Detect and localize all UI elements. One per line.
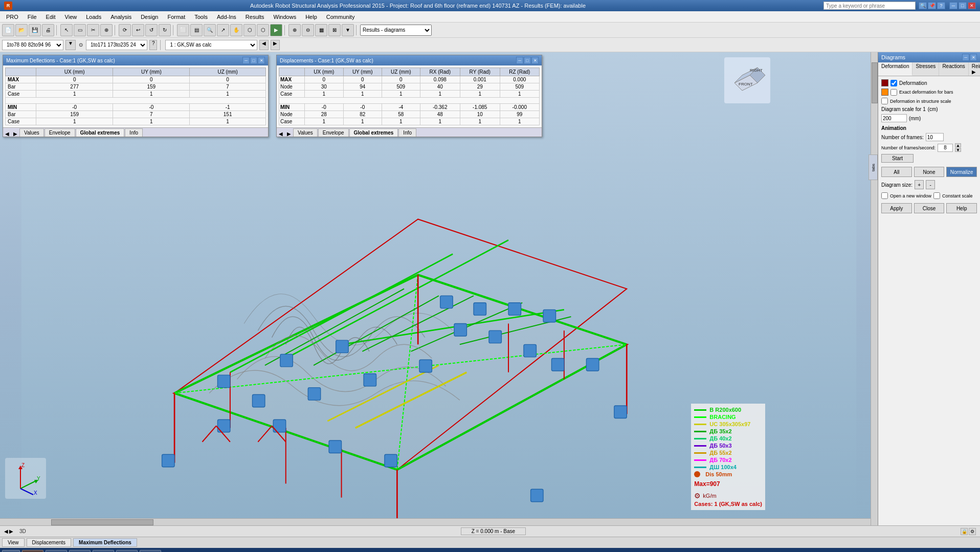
menu-addins[interactable]: Add-Ins <box>213 13 240 21</box>
nav-cube[interactable]: FRONT RIGHT <box>724 57 770 103</box>
scale-value-input[interactable] <box>881 114 907 122</box>
mdef-minimize[interactable]: ─ <box>242 57 250 64</box>
structure-scale-checkbox[interactable] <box>881 98 888 104</box>
cursor-btn[interactable]: ↖ <box>60 24 73 36</box>
close-button[interactable]: Close <box>914 203 945 213</box>
task-folder[interactable]: 📁 <box>46 550 67 552</box>
prev-btn[interactable]: ◀ <box>4 528 8 534</box>
select-btn[interactable]: ▭ <box>74 24 86 36</box>
task-revit[interactable]: R <box>140 550 161 552</box>
btab-displacements[interactable]: Displacements <box>27 538 72 547</box>
load-btn[interactable]: ▼ <box>342 24 354 36</box>
diagram-size-plus[interactable]: + <box>915 180 924 189</box>
zoom-in-btn[interactable]: 🔍 <box>204 24 216 36</box>
mirror-btn[interactable]: ⟳ <box>119 24 131 36</box>
help-icon[interactable]: ? <box>937 2 945 9</box>
menu-pro[interactable]: PRO <box>2 13 23 21</box>
menu-community[interactable]: Community <box>322 13 359 21</box>
tab-envelope[interactable]: Envelope <box>318 128 349 137</box>
task-robot[interactable]: R <box>22 550 43 552</box>
menu-analysis[interactable]: Analysis <box>106 13 136 21</box>
menu-design[interactable]: Design <box>137 13 162 21</box>
menu-loads[interactable]: Loads <box>82 13 105 21</box>
diagrams-close[interactable]: ✕ <box>970 54 977 61</box>
none-button[interactable]: None <box>914 167 945 177</box>
wire-btn[interactable]: ⬡ <box>243 24 256 36</box>
copy-btn[interactable]: ⊕ <box>100 24 113 36</box>
diagrams-title[interactable]: Diagrams ─ ✕ <box>878 52 980 62</box>
mdef-close[interactable]: ✕ <box>258 57 265 64</box>
tab-global-extremes[interactable]: Global extremes <box>76 128 125 137</box>
save-btn[interactable]: 💾 <box>29 24 41 36</box>
mdef-restore[interactable]: □ <box>250 57 257 64</box>
viewport-vscroll[interactable] <box>871 52 878 525</box>
node-range-apply[interactable]: ▼ <box>65 40 76 50</box>
tab-info[interactable]: Info <box>398 128 416 137</box>
tab-deformation[interactable]: Deformation <box>878 62 912 76</box>
menu-results[interactable]: Results <box>241 13 269 21</box>
tab-values[interactable]: Values <box>293 128 318 137</box>
tab-stresses[interactable]: Stresses <box>912 62 939 76</box>
nav-right[interactable]: ▶ <box>285 131 293 137</box>
case-combo[interactable]: 1 : GK,SW as calc <box>165 40 257 50</box>
normalize-button[interactable]: Normalize <box>946 167 977 177</box>
deformation-checkbox[interactable] <box>890 80 897 86</box>
menu-view[interactable]: View <box>61 13 81 21</box>
settings-icon[interactable]: ⚙ <box>969 528 976 535</box>
menu-help[interactable]: Help <box>301 13 321 21</box>
nav-right[interactable]: ▶ <box>11 131 19 137</box>
redo-btn[interactable]: ↻ <box>159 24 171 36</box>
viewport[interactable]: Z Y X В R200x600 BRACING <box>0 52 878 525</box>
zoom-all-btn[interactable]: ▤ <box>190 24 203 36</box>
nav-left[interactable]: ◀ <box>277 131 285 137</box>
task-browser[interactable]: 🌐 <box>69 550 91 552</box>
disp-restore[interactable]: □ <box>524 57 531 64</box>
exact-deformation-checkbox[interactable] <box>890 89 897 96</box>
frames-input[interactable] <box>926 133 944 141</box>
tab-info[interactable]: Info <box>125 128 143 137</box>
case-right[interactable]: ▶ <box>271 40 280 50</box>
node-btn[interactable]: ⊕ <box>288 24 301 36</box>
pan-btn[interactable]: ✋ <box>230 24 242 36</box>
nav-left[interactable]: ◀ <box>3 131 11 137</box>
start-button[interactable]: Start <box>881 154 914 163</box>
minimize-btn[interactable]: ─ <box>949 2 957 9</box>
move-btn[interactable]: ✂ <box>87 24 99 36</box>
btab-max-deflections[interactable]: Maximum Deflections <box>73 538 137 547</box>
undo-btn[interactable]: ↺ <box>145 24 158 36</box>
menu-format[interactable]: Format <box>163 13 189 21</box>
diagram-size-minus[interactable]: - <box>926 180 935 189</box>
case-left[interactable]: ◀ <box>259 40 269 50</box>
disp-minimize[interactable]: ─ <box>516 57 523 64</box>
fps-down[interactable]: ▼ <box>955 148 961 152</box>
bar-btn[interactable]: ⊖ <box>302 24 314 36</box>
apply-button[interactable]: Apply <box>881 203 912 213</box>
task-acad[interactable]: A <box>93 550 114 552</box>
results-dropdown[interactable]: Results - diagrams <box>360 25 432 36</box>
tab-global-extremes[interactable]: Global extremes <box>349 128 398 137</box>
menu-file[interactable]: File <box>24 13 41 21</box>
rotate-btn[interactable]: ↗ <box>217 24 229 36</box>
side-tab-1[interactable]: tabs <box>868 154 878 180</box>
close-btn[interactable]: ✕ <box>968 2 976 9</box>
new-btn[interactable]: 📄 <box>2 24 14 36</box>
tab-reinfc[interactable]: Reinfc ▶ <box>969 62 980 76</box>
start-button[interactable]: ⊞ <box>2 550 20 552</box>
tab-envelope[interactable]: Envelope <box>44 128 75 137</box>
node-range-1-combo[interactable]: 1to78 80 82to94 96 <box>2 40 63 50</box>
menu-tools[interactable]: Tools <box>190 13 212 21</box>
array-btn[interactable]: ↩ <box>132 24 144 36</box>
pin-icon[interactable]: 📌 <box>928 2 936 9</box>
max-deflections-title[interactable]: Maximum Deflections - Case:1 (GK,SW as c… <box>3 55 268 65</box>
print-btn[interactable]: 🖨 <box>42 24 54 36</box>
lock-icon[interactable]: 🔒 <box>961 528 968 535</box>
search-icon[interactable]: 🔍 <box>919 2 927 9</box>
help-button[interactable]: Help <box>946 203 977 213</box>
viewport-hscroll[interactable] <box>0 518 871 525</box>
render-btn[interactable]: ▶ <box>270 24 282 36</box>
node-range2-apply[interactable]: ? <box>149 40 158 50</box>
all-button[interactable]: All <box>881 167 912 177</box>
menu-edit[interactable]: Edit <box>42 13 60 21</box>
open-window-checkbox[interactable] <box>881 192 888 199</box>
fps-up[interactable]: ▲ <box>955 143 961 147</box>
